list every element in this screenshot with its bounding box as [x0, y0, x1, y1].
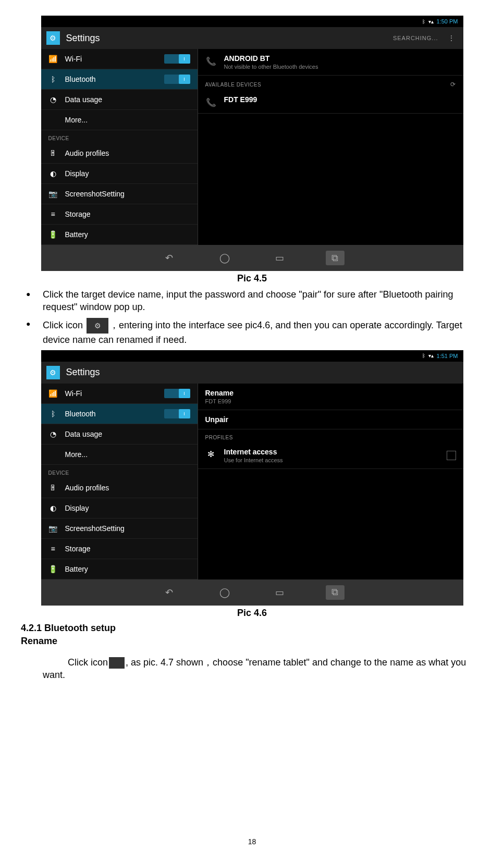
clock: 1:50 PM [437, 18, 458, 24]
bluetooth-icon: ᛒ [48, 409, 58, 418]
bluetooth-status-icon: ᛒ [422, 353, 425, 359]
sidebar-item-battery[interactable]: 🔋 Battery [41, 559, 198, 579]
instruction-bullet-1: Click the target device name, input the … [21, 288, 483, 314]
app-header: ⚙ Settings [41, 362, 463, 384]
back-button[interactable]: ↶ [160, 251, 179, 265]
sidebar-item-more[interactable]: More... [41, 445, 198, 465]
nav-bar: ↶ ◯ ▭ ⧉ [41, 579, 463, 606]
refresh-icon[interactable]: ⟳ [450, 81, 456, 88]
bluetooth-toggle[interactable]: I [164, 409, 190, 418]
settings-icon: ⚙ [46, 31, 60, 45]
sidebar-item-audio[interactable]: 🎚 Audio profiles [41, 478, 198, 498]
sidebar-item-wifi[interactable]: 📶 Wi-Fi I [41, 49, 198, 69]
rename-paragraph: Click icon⋮, as pic. 4.7 shown，choose "r… [43, 656, 483, 682]
sidebar-item-label: Storage [65, 545, 190, 553]
sidebar-item-label: Battery [65, 230, 190, 239]
sidebar-item-data-usage[interactable]: ◔ Data usage [41, 424, 198, 445]
sidebar-item-wifi[interactable]: 📶 Wi-Fi I [41, 384, 198, 404]
wifi-toggle[interactable]: I [164, 54, 190, 64]
unpair-row[interactable]: Unpair [198, 410, 463, 429]
sidebar-item-more[interactable]: More... [41, 110, 198, 130]
sidebar-item-display[interactable]: ◐ Display [41, 498, 198, 519]
recent-apps-button[interactable]: ▭ [271, 251, 289, 265]
sidebar-item-label: More... [65, 450, 190, 459]
data-icon: ◔ [48, 95, 58, 104]
audio-icon: 🎚 [48, 149, 58, 158]
sliders-settings-icon: ⚙ [87, 318, 108, 334]
sidebar-item-screenshot-setting[interactable]: 📷 ScreenshotSetting [41, 519, 198, 539]
sidebar-item-label: Data usage [65, 95, 190, 104]
sidebar-item-label: Data usage [65, 430, 190, 438]
battery-icon: 🔋 [48, 230, 58, 239]
audio-icon: 🎚 [48, 483, 58, 492]
figure-caption-4-5: Pic 4.5 [21, 273, 483, 284]
settings-sidebar: 📶 Wi-Fi I ᛒ Bluetooth I ◔ Data usage Mor… [41, 49, 198, 245]
available-device-row[interactable]: 📞 FDT E999 [198, 90, 463, 114]
sidebar-item-label: ScreenshotSetting [65, 190, 190, 198]
sidebar-item-data-usage[interactable]: ◔ Data usage [41, 90, 198, 110]
own-device-name: ANDROID BT [224, 54, 456, 63]
settings-icon: ⚙ [46, 366, 60, 379]
overflow-menu-icon[interactable]: ⋮ [445, 34, 458, 42]
settings-sidebar: 📶 Wi-Fi I ᛒ Bluetooth I ◔ Data usage Mor… [41, 384, 198, 579]
rename-label: Rename [205, 389, 456, 397]
figure-caption-4-6: Pic 4.6 [21, 608, 483, 619]
unpair-label: Unpair [205, 415, 456, 424]
back-button[interactable]: ↶ [160, 585, 179, 600]
battery-icon: 🔋 [48, 564, 58, 574]
screenshot-pic-4-6: ᛒ ▾▴ 1:51 PM ⚙ Settings 📶 Wi-Fi I ᛒ Blue… [41, 350, 463, 606]
sidebar-item-label: Display [65, 504, 190, 512]
own-device-row[interactable]: 📞 ANDROID BT Not visible to other Blueto… [198, 49, 463, 76]
sidebar-item-label: Display [65, 169, 190, 178]
data-icon: ◔ [48, 429, 58, 439]
recent-apps-button[interactable]: ▭ [271, 585, 289, 600]
camera-icon: 📷 [48, 524, 58, 533]
sidebar-item-label: ScreenshotSetting [65, 524, 190, 533]
sidebar-item-screenshot-setting[interactable]: 📷 ScreenshotSetting [41, 184, 198, 204]
wifi-icon: 📶 [48, 54, 58, 64]
phone-icon: 📞 [205, 96, 217, 108]
internet-access-row[interactable]: ✻ Internet access Use for Internet acces… [198, 442, 463, 469]
screenshot-pic-4-5: ᛒ ▾▴ 1:50 PM ⚙ Settings SEARCHING... ⋮ 📶… [41, 16, 463, 271]
internet-access-checkbox[interactable] [447, 451, 456, 460]
screenshot-button[interactable]: ⧉ [326, 251, 345, 265]
bluetooth-panel: 📞 ANDROID BT Not visible to other Blueto… [198, 49, 463, 245]
profiles-header: PROFILES [198, 429, 463, 442]
wifi-toggle[interactable]: I [164, 389, 190, 398]
signal-icon: ▾▴ [428, 19, 434, 24]
nav-bar: ↶ ◯ ▭ ⧉ [41, 245, 463, 271]
sidebar-item-battery[interactable]: 🔋 Battery [41, 225, 198, 245]
available-devices-label: AVAILABLE DEVICES [205, 82, 262, 88]
sidebar-item-display[interactable]: ◐ Display [41, 164, 198, 184]
own-device-visibility: Not visible to other Bluetooth devices [224, 64, 456, 70]
bullet-text-a: Click icon [43, 319, 85, 330]
sidebar-item-bluetooth[interactable]: ᛒ Bluetooth I [41, 404, 198, 424]
screenshot-button[interactable]: ⧉ [326, 585, 345, 600]
home-button[interactable]: ◯ [215, 585, 234, 600]
available-devices-header: AVAILABLE DEVICES ⟳ [198, 76, 463, 90]
phone-icon: 📞 [205, 55, 217, 67]
bluetooth-icon: ᛒ [48, 75, 58, 84]
status-bar: ᛒ ▾▴ 1:51 PM [41, 350, 463, 362]
home-button[interactable]: ◯ [215, 251, 234, 265]
sidebar-item-label: Storage [65, 210, 190, 218]
rename-subtitle: Rename [21, 636, 483, 647]
bluetooth-tether-icon: ✻ [205, 449, 217, 460]
para-text-a: Click icon [68, 657, 108, 668]
sidebar-section-device: DEVICE [41, 130, 198, 143]
bluetooth-toggle[interactable]: I [164, 75, 190, 84]
internet-access-sub: Use for Internet access [224, 457, 439, 463]
sidebar-item-bluetooth[interactable]: ᛒ Bluetooth I [41, 69, 198, 90]
sidebar-item-label: Wi-Fi [65, 55, 157, 63]
sidebar-item-storage[interactable]: ≡ Storage [41, 204, 198, 225]
bluetooth-status-icon: ᛒ [422, 19, 425, 24]
app-header: ⚙ Settings SEARCHING... ⋮ [41, 27, 463, 49]
device-name: FDT E999 [224, 95, 456, 104]
header-title: Settings [66, 367, 100, 378]
sidebar-item-label: Bluetooth [65, 410, 157, 418]
sidebar-item-label: Audio profiles [65, 149, 190, 157]
sidebar-item-audio[interactable]: 🎚 Audio profiles [41, 143, 198, 164]
sidebar-item-label: Wi-Fi [65, 389, 157, 398]
rename-row[interactable]: Rename FDT E999 [198, 384, 463, 410]
sidebar-item-storage[interactable]: ≡ Storage [41, 539, 198, 559]
